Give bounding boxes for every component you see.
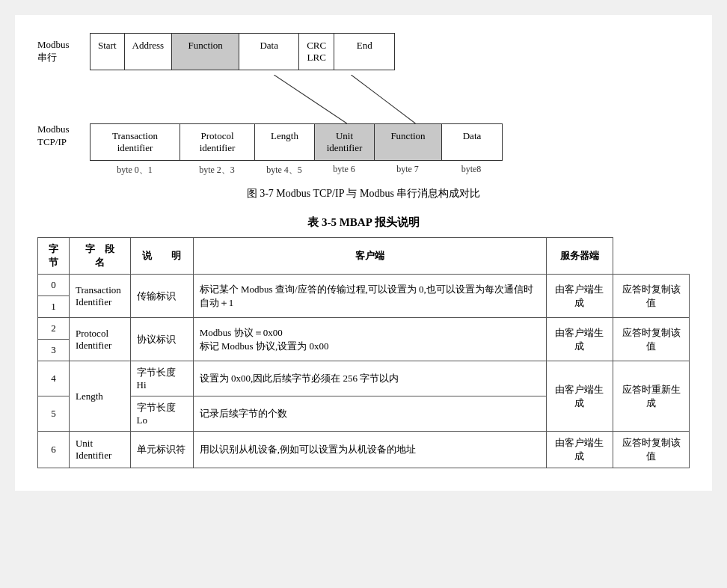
tcp-cell-function: Function: [375, 124, 442, 160]
server-length: 应答时重新生成: [613, 361, 690, 432]
col-header-byte: 字节: [38, 238, 70, 275]
diagram-section: Modbus串行 Start Address Function Data CRC…: [37, 33, 690, 177]
byte-3: 3: [38, 340, 70, 361]
svg-line-0: [274, 75, 346, 123]
desc-protocol: Modbus 协议＝0x00标记 Modbus 协议,设置为 0x00: [193, 318, 546, 361]
field-protocol: ProtocolIdentifier: [69, 318, 130, 361]
byte-2: 2: [38, 318, 70, 340]
server-transaction: 应答时复制该值: [613, 275, 690, 318]
serial-cell-crc: CRCLRC: [299, 34, 334, 70]
field-transaction: TransactionIdentifier: [69, 275, 130, 318]
byte-label-7: byte 7: [374, 164, 441, 177]
tcp-cell-data: Data: [442, 124, 502, 160]
desc-unit: 用以识别从机设备,例如可以设置为从机设备的地址: [193, 432, 546, 468]
tcp-cell-unit: Unitidentifier: [315, 124, 375, 160]
table-row-4: 4 Length 字节长度 Hi 设置为 0x00,因此后续字节必须在 256 …: [38, 361, 690, 396]
tcp-cell-transaction: Transactionidentifier: [91, 124, 180, 160]
server-protocol: 应答时复制该值: [613, 318, 690, 361]
serial-label: Modbus串行: [37, 39, 90, 64]
desc-length-lo: 记录后续字节的个数: [193, 396, 546, 432]
server-unit: 应答时复制该值: [613, 432, 690, 468]
byte-5: 5: [38, 396, 70, 432]
col-header-server: 服务器端: [546, 238, 613, 275]
client-protocol: 由客户端生成: [546, 318, 613, 361]
fig-caption: 图 3-7 Modbus TCP/IP 与 Modbus 串行消息构成对比: [37, 187, 690, 200]
table-title: 表 3-5 MBAP 报头说明: [37, 215, 690, 230]
serial-cell-function: Function: [172, 34, 239, 70]
serial-cell-data: Data: [239, 34, 299, 70]
table-row-0: 0 TransactionIdentifier 传输标识 标记某个 Modbus…: [38, 275, 690, 296]
byte-label-45: byte 4、5: [254, 164, 314, 177]
tcp-bus: Transactionidentifier Protocolidentifier…: [90, 123, 503, 161]
tcp-row: ModbusTCP/IP Transactionidentifier Proto…: [37, 123, 690, 161]
byte-4: 4: [38, 361, 70, 396]
page: Modbus串行 Start Address Function Data CRC…: [15, 15, 712, 491]
client-transaction: 由客户端生成: [546, 275, 613, 318]
byte-1: 1: [38, 296, 70, 318]
field-cn-protocol: 协议标识: [130, 318, 193, 361]
tcp-label: ModbusTCP/IP: [37, 123, 90, 149]
serial-bus: Start Address Function Data CRCLRC End: [90, 33, 395, 70]
col-header-field: 字 段 名: [69, 238, 130, 275]
field-cn-transaction: 传输标识: [130, 275, 193, 318]
tcp-cell-protocol: Protocolidentifier: [180, 124, 255, 160]
field-unit: UnitIdentifier: [69, 432, 130, 468]
field-cn-unit: 单元标识符: [130, 432, 193, 468]
tcp-cell-length: Length: [255, 124, 315, 160]
client-unit: 由客户端生成: [546, 432, 613, 468]
svg-line-1: [351, 75, 415, 123]
desc-transaction: 标记某个 Modbus 查询/应答的传输过程,可以设置为 0,也可以设置为每次通…: [193, 275, 546, 318]
byte-labels: byte 0、1 byte 2、3 byte 4、5 byte 6 byte 7…: [90, 164, 690, 177]
field-cn-length-hi: 字节长度 Hi: [130, 361, 193, 396]
byte-6: 6: [38, 432, 70, 468]
field-length: Length: [69, 361, 130, 432]
desc-length-hi: 设置为 0x00,因此后续字节必须在 256 字节以内: [193, 361, 546, 396]
client-length: 由客户端生成: [546, 361, 613, 432]
serial-cell-address: Address: [125, 34, 173, 70]
serial-cell-end: End: [334, 34, 394, 70]
table-header-row: 字节 字 段 名 说 明 客户端 服务器端: [38, 238, 690, 275]
col-header-desc: 说 明: [130, 238, 193, 275]
byte-label-01: byte 0、1: [90, 164, 180, 177]
serial-row: Modbus串行 Start Address Function Data CRC…: [37, 33, 690, 70]
col-header-client: 客户端: [193, 238, 546, 275]
byte-label-6: byte 6: [314, 164, 374, 177]
byte-label-8: byte8: [441, 164, 501, 177]
table-row-6: 6 UnitIdentifier 单元标识符 用以识别从机设备,例如可以设置为从…: [38, 432, 690, 468]
byte-0: 0: [38, 275, 70, 296]
serial-cell-start: Start: [91, 34, 125, 70]
mbap-table: 字节 字 段 名 说 明 客户端 服务器端 0 TransactionIdent…: [37, 237, 690, 468]
field-cn-length-lo: 字节长度 Lo: [130, 396, 193, 432]
connector-svg: [90, 75, 690, 123]
byte-label-23: byte 2、3: [180, 164, 254, 177]
table-row-2: 2 ProtocolIdentifier 协议标识 Modbus 协议＝0x00…: [38, 318, 690, 340]
